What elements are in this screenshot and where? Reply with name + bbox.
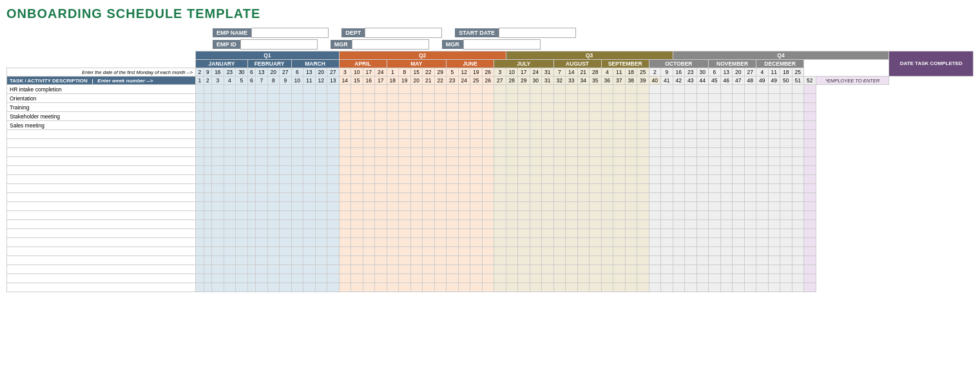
schedule-cell[interactable]	[458, 139, 470, 148]
date-task-completed-cell[interactable]	[804, 112, 816, 121]
schedule-cell[interactable]	[697, 256, 709, 265]
schedule-cell[interactable]	[530, 157, 542, 166]
task-cell[interactable]	[7, 238, 196, 247]
schedule-cell[interactable]	[291, 175, 303, 184]
schedule-cell[interactable]	[315, 121, 327, 130]
schedule-cell[interactable]	[351, 184, 363, 193]
schedule-cell[interactable]	[649, 283, 661, 292]
schedule-cell[interactable]	[733, 193, 745, 202]
schedule-cell[interactable]	[744, 103, 756, 112]
schedule-cell[interactable]	[685, 202, 697, 211]
schedule-cell[interactable]	[625, 202, 637, 211]
schedule-cell[interactable]	[410, 175, 423, 184]
schedule-cell[interactable]	[720, 220, 733, 229]
schedule-cell[interactable]	[756, 211, 769, 220]
schedule-cell[interactable]	[637, 103, 649, 112]
schedule-cell[interactable]	[637, 283, 649, 292]
schedule-cell[interactable]	[280, 274, 292, 283]
schedule-cell[interactable]	[447, 85, 459, 94]
schedule-cell[interactable]	[637, 238, 649, 247]
schedule-cell[interactable]	[410, 112, 423, 121]
schedule-cell[interactable]	[212, 184, 224, 193]
schedule-cell[interactable]	[387, 247, 399, 256]
schedule-cell[interactable]	[470, 247, 483, 256]
schedule-cell[interactable]	[709, 283, 721, 292]
schedule-cell[interactable]	[224, 184, 236, 193]
schedule-cell[interactable]	[315, 274, 327, 283]
task-cell[interactable]	[7, 247, 196, 256]
task-cell[interactable]: Sales meeting	[7, 121, 196, 130]
schedule-cell[interactable]	[792, 193, 804, 202]
schedule-cell[interactable]	[212, 112, 224, 121]
schedule-cell[interactable]	[399, 238, 411, 247]
schedule-cell[interactable]	[458, 157, 470, 166]
schedule-cell[interactable]	[590, 220, 602, 229]
schedule-cell[interactable]	[236, 175, 248, 184]
schedule-cell[interactable]	[553, 229, 566, 238]
schedule-cell[interactable]	[267, 238, 280, 247]
schedule-cell[interactable]	[661, 166, 673, 175]
schedule-cell[interactable]	[553, 130, 566, 139]
schedule-cell[interactable]	[236, 184, 248, 193]
schedule-cell[interactable]	[470, 112, 483, 121]
schedule-cell[interactable]	[423, 139, 435, 148]
schedule-cell[interactable]	[720, 121, 733, 130]
schedule-cell[interactable]	[542, 283, 554, 292]
schedule-cell[interactable]	[697, 274, 709, 283]
schedule-cell[interactable]	[590, 265, 602, 274]
schedule-cell[interactable]	[375, 220, 387, 229]
schedule-cell[interactable]	[590, 139, 602, 148]
schedule-cell[interactable]	[625, 112, 637, 121]
schedule-cell[interactable]	[204, 112, 211, 121]
schedule-cell[interactable]	[224, 112, 236, 121]
schedule-cell[interactable]	[236, 139, 248, 148]
schedule-cell[interactable]	[673, 247, 685, 256]
schedule-cell[interactable]	[224, 130, 236, 139]
schedule-cell[interactable]	[709, 238, 721, 247]
schedule-cell[interactable]	[256, 265, 268, 274]
schedule-cell[interactable]	[315, 202, 327, 211]
schedule-cell[interactable]	[339, 112, 351, 121]
schedule-cell[interactable]	[303, 94, 316, 103]
schedule-cell[interactable]	[291, 211, 303, 220]
schedule-cell[interactable]	[212, 238, 224, 247]
schedule-cell[interactable]	[518, 238, 530, 247]
schedule-cell[interactable]	[673, 166, 685, 175]
schedule-cell[interactable]	[247, 247, 255, 256]
schedule-cell[interactable]	[661, 202, 673, 211]
schedule-cell[interactable]	[458, 256, 470, 265]
task-cell[interactable]	[7, 175, 196, 184]
dept-input[interactable]	[365, 28, 442, 38]
schedule-cell[interactable]	[458, 148, 470, 157]
schedule-cell[interactable]	[315, 238, 327, 247]
schedule-cell[interactable]	[434, 121, 447, 130]
schedule-cell[interactable]	[410, 103, 423, 112]
schedule-cell[interactable]	[506, 283, 518, 292]
schedule-cell[interactable]	[553, 283, 566, 292]
schedule-cell[interactable]	[506, 274, 518, 283]
schedule-cell[interactable]	[387, 157, 399, 166]
schedule-cell[interactable]	[780, 193, 793, 202]
schedule-cell[interactable]	[756, 166, 769, 175]
schedule-cell[interactable]	[744, 202, 756, 211]
schedule-cell[interactable]	[339, 202, 351, 211]
schedule-cell[interactable]	[204, 265, 211, 274]
schedule-cell[interactable]	[720, 139, 733, 148]
schedule-cell[interactable]	[661, 148, 673, 157]
schedule-cell[interactable]	[280, 85, 292, 94]
schedule-cell[interactable]	[780, 247, 793, 256]
schedule-cell[interactable]	[447, 112, 459, 121]
schedule-cell[interactable]	[601, 184, 613, 193]
schedule-cell[interactable]	[363, 103, 375, 112]
schedule-cell[interactable]	[577, 220, 590, 229]
schedule-cell[interactable]	[720, 211, 733, 220]
schedule-cell[interactable]	[530, 103, 542, 112]
schedule-cell[interactable]	[530, 148, 542, 157]
schedule-cell[interactable]	[601, 220, 613, 229]
schedule-cell[interactable]	[566, 121, 578, 130]
schedule-cell[interactable]	[768, 283, 780, 292]
schedule-cell[interactable]	[530, 121, 542, 130]
task-cell[interactable]	[7, 283, 196, 292]
schedule-cell[interactable]	[410, 274, 423, 283]
schedule-cell[interactable]	[744, 130, 756, 139]
